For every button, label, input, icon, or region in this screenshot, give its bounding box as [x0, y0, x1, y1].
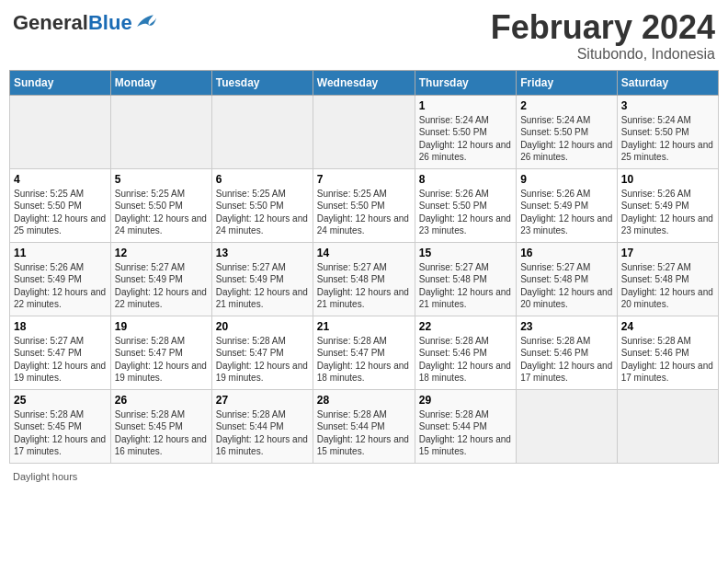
calendar-cell: 11Sunrise: 5:26 AMSunset: 5:49 PMDayligh… [10, 242, 111, 316]
day-info: Sunrise: 5:26 AMSunset: 5:49 PMDaylight:… [621, 188, 714, 237]
title-block: February 2024 Situbondo, Indonesia [491, 9, 715, 63]
day-info: Sunrise: 5:28 AMSunset: 5:46 PMDaylight:… [520, 335, 613, 385]
weekday-header: Saturday [617, 70, 718, 95]
day-number: 6 [216, 173, 309, 186]
calendar-cell: 12Sunrise: 5:27 AMSunset: 5:49 PMDayligh… [110, 242, 211, 316]
weekday-header: Thursday [415, 70, 516, 95]
day-info: Sunrise: 5:24 AMSunset: 5:50 PMDaylight:… [419, 114, 512, 164]
calendar-cell [617, 389, 718, 463]
day-info: Sunrise: 5:27 AMSunset: 5:49 PMDaylight:… [216, 261, 309, 311]
weekday-header: Tuesday [211, 70, 313, 95]
calendar-cell: 14Sunrise: 5:27 AMSunset: 5:48 PMDayligh… [313, 242, 415, 316]
day-number: 3 [621, 99, 714, 112]
day-info: Sunrise: 5:27 AMSunset: 5:48 PMDaylight:… [621, 261, 714, 311]
calendar-cell [110, 95, 211, 168]
day-number: 29 [419, 394, 512, 407]
calendar-cell [211, 95, 313, 168]
calendar-week-row: 25Sunrise: 5:28 AMSunset: 5:45 PMDayligh… [10, 389, 719, 463]
day-number: 1 [419, 99, 512, 112]
day-info: Sunrise: 5:28 AMSunset: 5:47 PMDaylight:… [216, 335, 309, 385]
day-number: 17 [621, 247, 714, 259]
logo-blue-text: Blue [88, 11, 132, 34]
calendar-cell: 29Sunrise: 5:28 AMSunset: 5:44 PMDayligh… [415, 389, 516, 463]
calendar-cell: 7Sunrise: 5:25 AMSunset: 5:50 PMDaylight… [313, 168, 415, 242]
day-info: Sunrise: 5:26 AMSunset: 5:49 PMDaylight:… [14, 261, 107, 311]
day-info: Sunrise: 5:24 AMSunset: 5:50 PMDaylight:… [621, 114, 714, 164]
main-title: February 2024 [491, 9, 715, 46]
calendar-cell: 18Sunrise: 5:27 AMSunset: 5:47 PMDayligh… [10, 316, 111, 389]
day-number: 20 [216, 320, 309, 333]
day-info: Sunrise: 5:26 AMSunset: 5:49 PMDaylight:… [520, 188, 613, 237]
subtitle: Situbondo, Indonesia [491, 46, 715, 63]
calendar-cell: 8Sunrise: 5:26 AMSunset: 5:50 PMDaylight… [415, 168, 516, 242]
day-number: 7 [317, 173, 411, 186]
day-info: Sunrise: 5:28 AMSunset: 5:47 PMDaylight:… [115, 335, 208, 385]
calendar-cell: 4Sunrise: 5:25 AMSunset: 5:50 PMDaylight… [10, 168, 111, 242]
calendar-cell: 17Sunrise: 5:27 AMSunset: 5:48 PMDayligh… [617, 242, 718, 316]
calendar-cell: 15Sunrise: 5:27 AMSunset: 5:48 PMDayligh… [415, 242, 516, 316]
calendar-cell: 13Sunrise: 5:27 AMSunset: 5:49 PMDayligh… [211, 242, 313, 316]
day-number: 15 [419, 247, 512, 259]
calendar-cell: 26Sunrise: 5:28 AMSunset: 5:45 PMDayligh… [110, 389, 211, 463]
weekday-header: Friday [517, 70, 618, 95]
calendar-cell: 28Sunrise: 5:28 AMSunset: 5:44 PMDayligh… [313, 389, 415, 463]
calendar-cell: 20Sunrise: 5:28 AMSunset: 5:47 PMDayligh… [211, 316, 313, 389]
day-info: Sunrise: 5:28 AMSunset: 5:46 PMDaylight:… [419, 335, 512, 385]
day-info: Sunrise: 5:26 AMSunset: 5:50 PMDaylight:… [419, 188, 512, 237]
calendar-cell [10, 95, 111, 168]
logo: GeneralBlue [13, 13, 156, 33]
day-number: 11 [14, 247, 107, 259]
calendar-cell: 21Sunrise: 5:28 AMSunset: 5:47 PMDayligh… [313, 316, 415, 389]
calendar-week-row: 1Sunrise: 5:24 AMSunset: 5:50 PMDaylight… [10, 95, 719, 168]
day-info: Sunrise: 5:24 AMSunset: 5:50 PMDaylight:… [520, 114, 613, 164]
day-number: 21 [317, 320, 411, 333]
day-number: 26 [115, 394, 208, 407]
day-number: 16 [520, 247, 613, 259]
day-number: 27 [216, 394, 309, 407]
calendar-cell: 2Sunrise: 5:24 AMSunset: 5:50 PMDaylight… [517, 95, 618, 168]
calendar-cell: 25Sunrise: 5:28 AMSunset: 5:45 PMDayligh… [10, 389, 111, 463]
day-number: 4 [14, 173, 107, 186]
daylight-label: Daylight hours [13, 471, 77, 482]
calendar-cell: 16Sunrise: 5:27 AMSunset: 5:48 PMDayligh… [517, 242, 618, 316]
day-number: 13 [216, 247, 309, 259]
calendar-cell: 1Sunrise: 5:24 AMSunset: 5:50 PMDaylight… [415, 95, 516, 168]
day-info: Sunrise: 5:25 AMSunset: 5:50 PMDaylight:… [115, 188, 208, 237]
day-number: 12 [115, 247, 208, 259]
calendar-table: SundayMondayTuesdayWednesdayThursdayFrid… [9, 70, 719, 464]
weekday-header: Monday [110, 70, 211, 95]
day-number: 2 [520, 99, 613, 112]
day-info: Sunrise: 5:25 AMSunset: 5:50 PMDaylight:… [317, 188, 411, 237]
day-info: Sunrise: 5:27 AMSunset: 5:48 PMDaylight:… [317, 261, 411, 311]
day-number: 22 [419, 320, 512, 333]
calendar-cell: 19Sunrise: 5:28 AMSunset: 5:47 PMDayligh… [110, 316, 211, 389]
day-number: 5 [115, 173, 208, 186]
calendar-week-row: 11Sunrise: 5:26 AMSunset: 5:49 PMDayligh… [10, 242, 719, 316]
day-info: Sunrise: 5:25 AMSunset: 5:50 PMDaylight:… [216, 188, 309, 237]
calendar-cell: 10Sunrise: 5:26 AMSunset: 5:49 PMDayligh… [617, 168, 718, 242]
page-header: GeneralBlue February 2024 Situbondo, Ind… [9, 9, 719, 63]
calendar-cell: 24Sunrise: 5:28 AMSunset: 5:46 PMDayligh… [617, 316, 718, 389]
day-info: Sunrise: 5:28 AMSunset: 5:44 PMDaylight:… [317, 408, 411, 458]
weekday-header-row: SundayMondayTuesdayWednesdayThursdayFrid… [10, 70, 719, 95]
day-info: Sunrise: 5:28 AMSunset: 5:44 PMDaylight:… [216, 408, 309, 458]
calendar-cell: 3Sunrise: 5:24 AMSunset: 5:50 PMDaylight… [617, 95, 718, 168]
calendar-cell: 22Sunrise: 5:28 AMSunset: 5:46 PMDayligh… [415, 316, 516, 389]
calendar-cell: 6Sunrise: 5:25 AMSunset: 5:50 PMDaylight… [211, 168, 313, 242]
day-info: Sunrise: 5:28 AMSunset: 5:45 PMDaylight:… [14, 408, 107, 458]
day-info: Sunrise: 5:25 AMSunset: 5:50 PMDaylight:… [14, 188, 107, 237]
day-info: Sunrise: 5:28 AMSunset: 5:44 PMDaylight:… [419, 408, 512, 458]
day-number: 8 [419, 173, 512, 186]
calendar-cell [517, 389, 618, 463]
calendar-cell: 9Sunrise: 5:26 AMSunset: 5:49 PMDaylight… [517, 168, 618, 242]
calendar-cell: 23Sunrise: 5:28 AMSunset: 5:46 PMDayligh… [517, 316, 618, 389]
logo-general-text: General [13, 11, 88, 34]
day-info: Sunrise: 5:28 AMSunset: 5:46 PMDaylight:… [621, 335, 714, 385]
day-number: 23 [520, 320, 613, 333]
day-number: 24 [621, 320, 714, 333]
day-info: Sunrise: 5:27 AMSunset: 5:48 PMDaylight:… [520, 261, 613, 311]
calendar-cell: 27Sunrise: 5:28 AMSunset: 5:44 PMDayligh… [211, 389, 313, 463]
day-info: Sunrise: 5:27 AMSunset: 5:49 PMDaylight:… [115, 261, 208, 311]
day-number: 18 [14, 320, 107, 333]
footer: Daylight hours [9, 471, 719, 482]
